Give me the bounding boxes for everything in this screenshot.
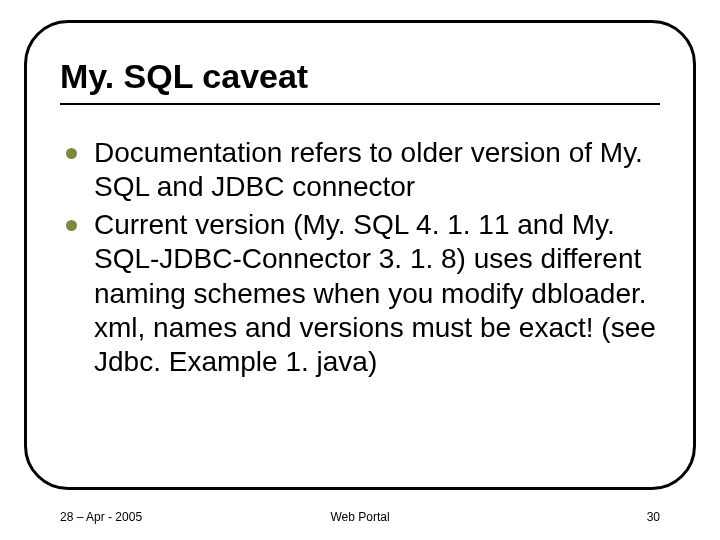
slide: My. SQL caveat Documentation refers to o… bbox=[0, 0, 720, 540]
list-item: Current version (My. SQL 4. 1. 11 and My… bbox=[60, 208, 660, 379]
slide-title: My. SQL caveat bbox=[60, 58, 660, 105]
bullet-text: Documentation refers to older version of… bbox=[94, 137, 643, 202]
bullet-text: Current version (My. SQL 4. 1. 11 and My… bbox=[94, 209, 656, 377]
footer-center: Web Portal bbox=[330, 510, 389, 524]
footer-date: 28 – Apr - 2005 bbox=[60, 510, 142, 524]
footer-page-number: 30 bbox=[647, 510, 660, 524]
bullet-list: Documentation refers to older version of… bbox=[60, 136, 660, 379]
list-item: Documentation refers to older version of… bbox=[60, 136, 660, 204]
slide-body: Documentation refers to older version of… bbox=[60, 136, 660, 383]
